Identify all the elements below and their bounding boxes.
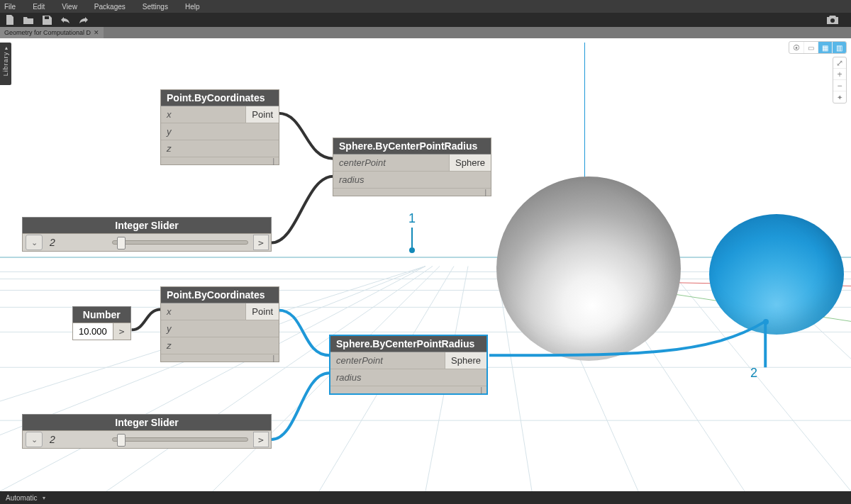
input-port-centerpoint[interactable]: centerPoint	[333, 155, 391, 171]
annotation-stem	[411, 228, 413, 247]
document-tab-title: Geometry for Computational D	[4, 29, 91, 36]
output-port-sphere[interactable]: Sphere	[445, 352, 486, 369]
zoom-out-icon[interactable]: −	[833, 80, 846, 91]
lacing-indicator: |	[330, 386, 486, 393]
view-toggle-group: ⦿ ▭ ▦ ▥	[789, 41, 847, 54]
node-header[interactable]: Number	[72, 306, 131, 323]
new-file-icon[interactable]	[4, 14, 16, 26]
node-header[interactable]: Integer Slider	[22, 217, 272, 233]
save-icon[interactable]	[41, 14, 52, 26]
toggle-graph-icon[interactable]: ▭	[803, 42, 818, 53]
undo-icon[interactable]	[60, 14, 71, 26]
node-integer-slider-1[interactable]: Integer Slider ⌄ 2 >	[22, 217, 272, 252]
menu-edit[interactable]: Edit	[33, 3, 45, 11]
input-port-x[interactable]: x	[161, 106, 177, 123]
open-file-icon[interactable]	[23, 14, 34, 26]
input-port-radius[interactable]: radius	[333, 172, 369, 188]
menu-bar: File Edit View Packages Settings Help	[0, 0, 851, 13]
toggle-3d-icon[interactable]: ▦	[818, 42, 832, 53]
input-port-x[interactable]: x	[161, 303, 177, 320]
node-integer-slider-2[interactable]: Integer Slider ⌄ 2 >	[22, 414, 272, 449]
toolbar	[0, 13, 851, 27]
output-port-point[interactable]: Point	[245, 303, 279, 320]
annotation-label: 1	[408, 211, 416, 226]
node-point-bycoordinates-2[interactable]: Point.ByCoordinates x Point y z |	[160, 286, 279, 362]
annotation-label: 2	[750, 366, 757, 381]
chevron-right-icon: ▸	[3, 46, 9, 50]
redo-icon[interactable]	[78, 14, 89, 26]
run-mode-dropdown[interactable]: Automatic ▾	[6, 494, 45, 502]
annotation-2: 2	[750, 366, 757, 381]
chevron-down-icon: ▾	[43, 495, 45, 501]
status-bar: Automatic ▾	[0, 491, 851, 504]
input-port-y[interactable]: y	[161, 123, 177, 140]
menu-packages[interactable]: Packages	[94, 3, 126, 11]
annotation-1: 1	[408, 211, 416, 253]
zoom-in-icon[interactable]: +	[833, 69, 846, 80]
slider-track[interactable]	[112, 240, 248, 245]
output-port-sphere[interactable]: Sphere	[449, 155, 491, 171]
output-port[interactable]: >	[253, 235, 269, 250]
expand-toggle-icon[interactable]: ⌄	[26, 235, 43, 250]
node-point-bycoordinates-1[interactable]: Point.ByCoordinates x Point y z |	[160, 89, 279, 165]
input-port-radius[interactable]: radius	[330, 369, 367, 386]
toggle-nav-icon[interactable]: ⦿	[789, 42, 803, 53]
menu-settings[interactable]: Settings	[143, 3, 168, 11]
slider-track[interactable]	[112, 437, 248, 442]
zoom-fit-icon[interactable]: ✦	[833, 91, 846, 103]
menu-view[interactable]: View	[62, 3, 77, 11]
expand-toggle-icon[interactable]: ⌄	[26, 432, 43, 447]
lacing-indicator: |	[333, 189, 491, 196]
preview-sphere-blue	[709, 214, 844, 335]
menu-file[interactable]: File	[4, 3, 16, 11]
toggle-both-icon[interactable]: ▥	[832, 42, 846, 53]
number-value[interactable]: 10.000	[73, 323, 113, 340]
node-sphere-bycenterpointradius-1[interactable]: Sphere.ByCenterPointRadius centerPoint S…	[333, 138, 491, 196]
input-port-z[interactable]: z	[161, 337, 177, 354]
input-port-z[interactable]: z	[161, 140, 177, 157]
node-header[interactable]: Sphere.ByCenterPointRadius	[333, 138, 491, 155]
library-label: Library	[2, 52, 9, 77]
document-tab[interactable]: Geometry for Computational D ✕	[0, 27, 104, 38]
node-header[interactable]: Point.ByCoordinates	[161, 287, 279, 303]
slider-value[interactable]: 2	[45, 434, 109, 445]
node-header[interactable]: Integer Slider	[22, 414, 272, 430]
slider-thumb[interactable]	[117, 237, 126, 250]
svg-point-1	[830, 18, 835, 23]
run-mode-label: Automatic	[6, 494, 37, 502]
svg-rect-0	[45, 16, 49, 19]
preview-sphere-grey	[496, 177, 681, 361]
slider-thumb[interactable]	[117, 434, 126, 447]
output-port[interactable]: >	[253, 432, 269, 447]
input-port-y[interactable]: y	[161, 320, 177, 337]
annotation-dot	[409, 247, 415, 253]
workspace[interactable]: ▸ Library ⦿ ▭ ▦ ▥ ⤢ + − ✦ Point.ByCoordi…	[0, 38, 851, 491]
close-tab-icon[interactable]: ✕	[94, 29, 99, 36]
fit-view-icon[interactable]: ⤢	[833, 57, 846, 69]
library-panel-tab[interactable]: ▸ Library	[0, 43, 11, 85]
menu-help[interactable]: Help	[185, 3, 200, 11]
screenshot-icon[interactable]	[827, 14, 838, 26]
output-port[interactable]: >	[113, 323, 130, 340]
annotation-2-dot	[763, 319, 769, 325]
tab-strip: Geometry for Computational D ✕	[0, 27, 851, 38]
node-header[interactable]: Sphere.ByCenterPointRadius	[330, 336, 486, 352]
slider-value[interactable]: 2	[45, 237, 109, 248]
node-header[interactable]: Point.ByCoordinates	[161, 90, 279, 106]
node-number[interactable]: Number 10.000 >	[72, 306, 131, 340]
node-sphere-bycenterpointradius-2[interactable]: Sphere.ByCenterPointRadius centerPoint S…	[329, 335, 488, 395]
input-port-centerpoint[interactable]: centerPoint	[330, 352, 389, 369]
lacing-indicator: |	[161, 157, 279, 164]
output-port-point[interactable]: Point	[245, 106, 279, 123]
view-zoom-group: ⤢ + − ✦	[833, 57, 847, 103]
lacing-indicator: |	[161, 354, 279, 362]
